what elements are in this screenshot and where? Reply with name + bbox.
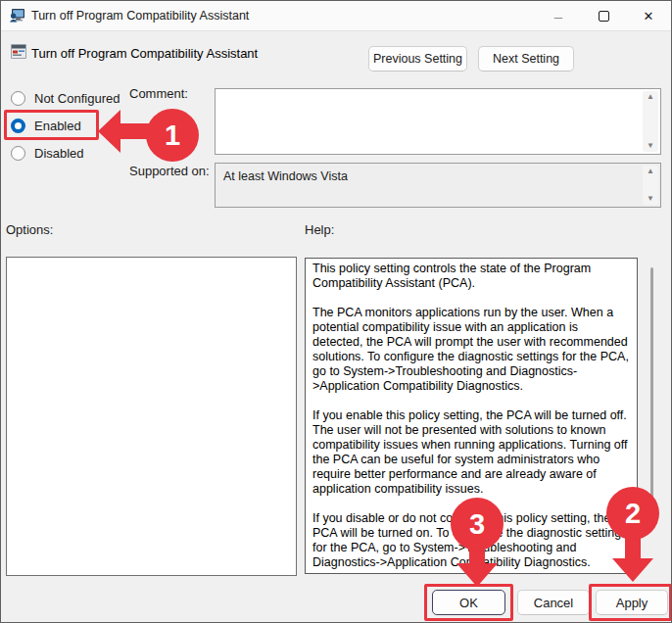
maximize-button[interactable] bbox=[581, 1, 626, 31]
help-paragraph: If you disable or do not configure this … bbox=[312, 511, 630, 570]
radio-label: Not Configured bbox=[34, 91, 120, 106]
supported-on-value: At least Windows Vista bbox=[223, 169, 348, 183]
help-paragraph: The PCA monitors applications run by the… bbox=[312, 306, 630, 394]
supported-on-label: Supported on: bbox=[129, 164, 210, 178]
next-setting-button[interactable]: Next Setting bbox=[478, 46, 574, 72]
help-paragraph: This policy setting controls the state o… bbox=[312, 262, 630, 291]
help-label: Help: bbox=[305, 222, 334, 237]
supported-on-box: At least Windows Vista ▲ ▼ bbox=[215, 163, 661, 208]
minimize-icon: – bbox=[554, 8, 562, 24]
supported-scrollbar[interactable]: ▲ ▼ bbox=[643, 166, 658, 205]
comment-scrollbar[interactable]: ▲ ▼ bbox=[643, 91, 658, 152]
help-scrollbar-thumb[interactable] bbox=[650, 267, 653, 514]
radio-enabled[interactable]: Enabled bbox=[11, 116, 81, 135]
radio-selected-icon bbox=[11, 119, 25, 133]
comment-textarea[interactable]: ▲ ▼ bbox=[215, 88, 661, 155]
previous-setting-button[interactable]: Previous Setting bbox=[368, 46, 467, 72]
scroll-up-icon[interactable]: ▲ bbox=[647, 168, 654, 175]
window-title: Turn off Program Compatibility Assistant bbox=[31, 9, 249, 23]
options-panel bbox=[6, 257, 297, 576]
radio-disabled[interactable]: Disabled bbox=[11, 143, 84, 163]
setting-title: Turn off Program Compatibility Assistant bbox=[31, 46, 258, 61]
arrow-left-icon bbox=[98, 110, 168, 153]
help-paragraph: If you enable this policy setting, the P… bbox=[312, 408, 630, 497]
close-button[interactable]: ✕ bbox=[626, 1, 671, 31]
options-label: Options: bbox=[6, 222, 53, 237]
policy-setting-icon bbox=[10, 43, 27, 60]
close-icon: ✕ bbox=[644, 9, 654, 24]
titlebar: Turn off Program Compatibility Assistant… bbox=[1, 1, 671, 31]
radio-label: Enabled bbox=[34, 119, 81, 133]
radio-not-configured[interactable]: Not Configured bbox=[11, 88, 120, 108]
ok-button[interactable]: OK bbox=[432, 590, 505, 615]
comment-label: Comment: bbox=[129, 86, 188, 101]
scroll-up-icon[interactable]: ▲ bbox=[647, 93, 654, 101]
minimize-button[interactable]: – bbox=[536, 1, 581, 31]
step-badge-1: 1 bbox=[146, 109, 199, 162]
group-policy-icon bbox=[9, 8, 25, 24]
radio-circle-icon bbox=[11, 146, 25, 161]
radio-label: Disabled bbox=[34, 146, 84, 161]
cancel-button[interactable]: Cancel bbox=[517, 590, 590, 615]
policy-setting-dialog: Turn off Program Compatibility Assistant… bbox=[0, 0, 672, 623]
scroll-down-icon[interactable]: ▼ bbox=[647, 195, 654, 203]
help-panel[interactable]: This policy setting controls the state o… bbox=[305, 258, 638, 574]
scroll-down-icon[interactable]: ▼ bbox=[647, 142, 654, 150]
apply-button[interactable]: Apply bbox=[596, 590, 668, 615]
radio-circle-icon bbox=[11, 91, 25, 106]
maximize-icon bbox=[599, 11, 609, 22]
